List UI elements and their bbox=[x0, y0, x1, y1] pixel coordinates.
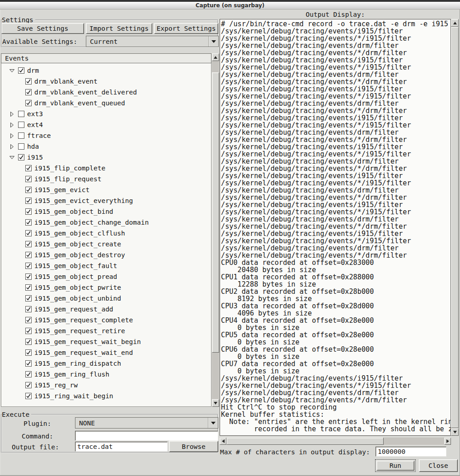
tree-row[interactable]: ext3 bbox=[1, 108, 211, 119]
event-checkbox[interactable] bbox=[25, 165, 32, 171]
tree-row[interactable]: i915_flip_complete bbox=[1, 163, 211, 174]
save-settings-button[interactable]: Save Settings bbox=[1, 23, 84, 34]
event-checkbox[interactable] bbox=[25, 198, 32, 204]
checkmark-icon bbox=[26, 231, 31, 236]
event-checkbox[interactable] bbox=[18, 111, 24, 117]
max-chars-input[interactable] bbox=[376, 447, 446, 457]
events-scrollbar-thumb[interactable] bbox=[212, 72, 219, 353]
output-vscrollbar[interactable] bbox=[451, 19, 459, 436]
event-checkbox[interactable] bbox=[25, 360, 32, 367]
event-checkbox[interactable] bbox=[25, 328, 32, 334]
event-checkbox[interactable] bbox=[25, 393, 32, 399]
event-checkbox[interactable] bbox=[25, 219, 32, 226]
event-checkbox[interactable] bbox=[25, 349, 32, 356]
tree-row[interactable]: i915_ring_wait_begin bbox=[1, 391, 211, 401]
tree-row[interactable]: i915 bbox=[1, 152, 211, 163]
tree-row[interactable]: i915_gem_object_fault bbox=[1, 260, 211, 271]
tree-row[interactable]: i915_gem_object_pread bbox=[1, 271, 211, 282]
expander-closed-icon[interactable] bbox=[9, 122, 15, 128]
scroll-left-button[interactable] bbox=[220, 438, 226, 445]
event-checkbox[interactable] bbox=[25, 273, 32, 280]
output-file-input[interactable] bbox=[75, 442, 168, 452]
tree-row[interactable]: i915_gem_object_bind bbox=[1, 206, 211, 217]
event-checkbox[interactable] bbox=[25, 306, 32, 312]
run-button[interactable]: Run bbox=[376, 461, 414, 471]
event-checkbox[interactable] bbox=[25, 187, 32, 193]
event-checkbox[interactable] bbox=[18, 143, 24, 150]
event-checkbox[interactable] bbox=[25, 371, 32, 377]
events-scrollbar[interactable] bbox=[212, 53, 219, 407]
expander-closed-icon[interactable] bbox=[9, 133, 15, 139]
tree-row[interactable]: i915_gem_object_pwrite bbox=[1, 282, 211, 293]
event-checkbox[interactable] bbox=[25, 263, 32, 269]
event-checkbox[interactable] bbox=[18, 122, 24, 128]
tree-row[interactable]: i915_gem_request_retire bbox=[1, 325, 211, 336]
checkmark-icon bbox=[26, 176, 31, 182]
import-settings-button[interactable]: Import Settings bbox=[86, 23, 152, 34]
event-label: i915_gem_object_unbind bbox=[34, 295, 121, 302]
event-checkbox[interactable] bbox=[25, 284, 32, 291]
tree-row[interactable]: i915_gem_request_wait_end bbox=[1, 347, 211, 358]
expander-closed-icon[interactable] bbox=[9, 111, 15, 117]
available-settings-combobox[interactable]: Current bbox=[86, 36, 219, 47]
tree-row[interactable]: hda bbox=[1, 141, 211, 152]
output-hscrollbar[interactable] bbox=[220, 438, 451, 445]
tree-row[interactable]: i915_gem_request_wait_begin bbox=[1, 336, 211, 347]
event-checkbox[interactable] bbox=[25, 339, 32, 345]
event-checkbox[interactable] bbox=[25, 89, 32, 95]
tree-row[interactable]: drm bbox=[1, 65, 211, 76]
tree-row[interactable]: i915_gem_object_clflush bbox=[1, 228, 211, 239]
tree-row[interactable]: drm_vblank_event_delivered bbox=[1, 87, 211, 98]
tree-row[interactable]: i915_gem_request_add bbox=[1, 304, 211, 315]
expander-open-icon[interactable] bbox=[9, 68, 15, 74]
tree-row[interactable]: i915_gem_object_unbind bbox=[1, 293, 211, 304]
tree-row[interactable]: i915_gem_ring_dispatch bbox=[1, 358, 211, 369]
event-checkbox[interactable] bbox=[25, 208, 32, 215]
event-checkbox[interactable] bbox=[25, 241, 32, 247]
tree-row[interactable]: i915_gem_request_complete bbox=[1, 315, 211, 325]
event-checkbox[interactable] bbox=[25, 230, 32, 236]
tree-row[interactable]: i915_gem_object_destroy bbox=[1, 250, 211, 260]
tree-row[interactable]: drm_vblank_event_queued bbox=[1, 98, 211, 108]
tree-row[interactable]: ftrace bbox=[1, 130, 211, 141]
event-checkbox[interactable] bbox=[18, 132, 24, 139]
export-settings-button[interactable]: Export Settings bbox=[154, 23, 218, 34]
expander-closed-icon[interactable] bbox=[9, 144, 15, 150]
event-label: i915_flip_complete bbox=[34, 165, 105, 172]
expander-open-icon[interactable] bbox=[9, 155, 15, 160]
event-checkbox[interactable] bbox=[25, 317, 32, 323]
command-input[interactable] bbox=[75, 431, 218, 441]
events-column-header[interactable]: Events bbox=[1, 53, 211, 63]
output-vscrollbar-thumb[interactable] bbox=[451, 27, 459, 428]
plugin-combobox[interactable]: NONE bbox=[75, 417, 218, 429]
events-tree[interactable]: drmdrm_vblank_eventdrm_vblank_event_deli… bbox=[1, 63, 211, 407]
event-checkbox[interactable] bbox=[25, 252, 32, 258]
tree-row[interactable]: drm_vblank_event bbox=[1, 76, 211, 87]
scroll-up-button[interactable] bbox=[212, 53, 219, 61]
tree-row[interactable]: ext4 bbox=[1, 119, 211, 130]
tree-row[interactable]: i915_gem_evict bbox=[1, 184, 211, 195]
scroll-up-button[interactable] bbox=[451, 19, 459, 27]
chevron-down-icon bbox=[208, 418, 218, 428]
tree-row[interactable]: i915_gem_ring_flush bbox=[1, 369, 211, 380]
browse-button[interactable]: Browse bbox=[169, 441, 218, 452]
event-label: i915_gem_object_destroy bbox=[34, 251, 125, 259]
close-button[interactable]: Close bbox=[419, 459, 458, 472]
event-checkbox[interactable] bbox=[18, 154, 24, 160]
tree-row[interactable]: i915_gem_evict_everything bbox=[1, 195, 211, 206]
output-hscrollbar-thumb[interactable] bbox=[226, 438, 384, 445]
event-checkbox[interactable] bbox=[18, 67, 24, 74]
event-checkbox[interactable] bbox=[25, 295, 32, 302]
event-checkbox[interactable] bbox=[25, 382, 32, 388]
scroll-down-button[interactable] bbox=[212, 399, 219, 407]
event-checkbox[interactable] bbox=[25, 176, 32, 182]
scroll-down-button[interactable] bbox=[451, 428, 459, 436]
tree-row[interactable]: i915_reg_rw bbox=[1, 380, 211, 391]
output-display[interactable]: # /usr/bin/trace-cmd record -o trace.dat… bbox=[220, 19, 451, 436]
tree-row[interactable]: i915_gem_object_change_domain bbox=[1, 217, 211, 228]
event-checkbox[interactable] bbox=[25, 78, 32, 85]
tree-row[interactable]: i915_gem_object_create bbox=[1, 239, 211, 250]
event-checkbox[interactable] bbox=[25, 100, 32, 106]
tree-row[interactable]: i915_flip_request bbox=[1, 174, 211, 184]
scroll-right-button[interactable] bbox=[444, 438, 451, 445]
